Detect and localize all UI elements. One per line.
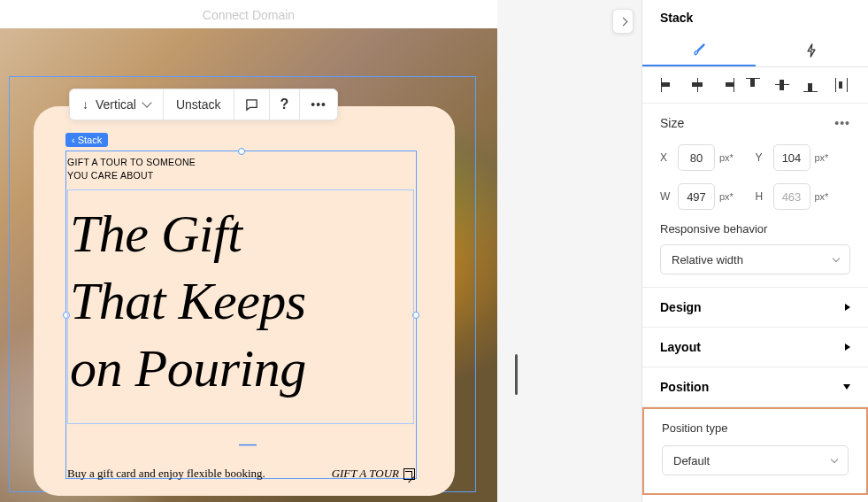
comment-icon [245,98,258,112]
x-unit: px* [719,152,734,163]
cta-link[interactable]: GIFT A TOUR [332,467,415,481]
tab-animation[interactable] [756,34,869,66]
arrow-up-right-icon [403,468,415,480]
chevron-down-icon [142,97,151,107]
position-panel: Position type Default [642,407,868,495]
headline-line2: That Keeps [70,268,411,336]
headline-selection[interactable]: The Gift That Keeps on Pouring [67,189,414,424]
direction-dropdown[interactable]: ↓ Vertical [70,89,164,120]
add-element-indicator[interactable]: — [239,434,257,454]
resize-handle-top[interactable] [238,148,245,155]
headline-line1: The Gift [70,201,411,268]
footer-text: Buy a gift card and enjoy flexible booki… [67,467,265,481]
h-unit: px* [815,191,829,202]
overline-line2: YOU CARE ABOUT [67,169,415,182]
position-type-value: Default [673,454,710,467]
brush-icon [692,42,706,57]
w-unit: px* [719,191,734,202]
h-input[interactable] [773,183,810,210]
canvas-scroll-indicator[interactable] [515,354,518,395]
position-section-label: Position [660,380,709,394]
align-top-button[interactable] [746,78,764,92]
triangle-down-icon [843,384,850,390]
connect-domain-label: Connect Domain [0,8,497,22]
layout-section-label: Layout [660,340,701,354]
more-button[interactable]: ••• [300,89,337,120]
direction-label: Vertical [96,97,136,112]
inspector-title: Stack [642,0,868,34]
responsive-value: Relative width [672,253,743,266]
element-toolbar: ↓ Vertical Unstack ? ••• [69,89,338,120]
w-label: W [660,190,678,203]
w-input[interactable] [678,183,715,210]
x-input[interactable] [678,144,715,171]
overline-line1: GIFT A TOUR TO SOMEONE [67,156,415,169]
chevron-left-icon: ‹ [72,135,75,145]
align-right-button[interactable] [718,78,735,92]
unstack-button[interactable]: Unstack [164,89,234,120]
chevron-down-icon [833,254,840,261]
stack-badge[interactable]: ‹ Stack [65,133,108,147]
help-button[interactable]: ? [270,89,301,120]
y-label: Y [756,151,773,164]
align-center-button[interactable] [689,78,707,92]
x-label: X [660,151,678,164]
position-type-label: Position type [662,421,849,435]
triangle-right-icon [845,304,850,311]
position-section-toggle[interactable]: Position [642,367,868,407]
cta-label: GIFT A TOUR [332,467,399,481]
triangle-right-icon [845,344,850,351]
responsive-dropdown[interactable]: Relative width [660,244,850,274]
panel-collapse-button[interactable] [612,9,634,34]
position-type-dropdown[interactable]: Default [662,445,849,475]
chevron-down-icon [831,455,838,462]
inspector-tabs [642,34,868,67]
canvas-area: Connect Domain ‹ Stack ↓ Vertical Unstac… [0,0,497,502]
tab-design[interactable] [642,34,756,66]
headline-line3: on Pouring [70,336,411,403]
align-middle-button[interactable] [775,78,793,92]
help-icon: ? [280,97,289,112]
chevron-right-icon [618,17,627,26]
content-text-block: GIFT A TOUR TO SOMEONE YOU CARE ABOUT Th… [67,156,415,424]
y-input[interactable] [773,144,810,171]
stack-badge-label: Stack [78,135,103,145]
alignment-controls [642,67,868,104]
bolt-icon [805,43,818,58]
h-label: H [756,190,773,203]
design-section-toggle[interactable]: Design [642,288,868,328]
y-unit: px* [815,152,829,163]
align-bottom-button[interactable] [803,78,821,92]
align-left-button[interactable] [660,78,678,92]
arrow-down-icon: ↓ [82,97,88,112]
responsive-label: Responsive behavior [660,222,850,236]
distribute-button[interactable] [833,78,850,92]
size-label: Size [660,116,684,130]
size-section: Size ••• X px* Y px* W px* H [642,104,868,288]
design-section-label: Design [660,300,702,314]
layout-section-toggle[interactable]: Layout [642,328,868,367]
size-more-button[interactable]: ••• [834,116,850,130]
inspector-panel: Stack Size ••• X px* [641,0,868,502]
comment-button[interactable] [234,89,270,120]
card-footer: Buy a gift card and enjoy flexible booki… [67,467,415,481]
unstack-label: Unstack [176,97,221,112]
more-icon: ••• [311,97,326,112]
